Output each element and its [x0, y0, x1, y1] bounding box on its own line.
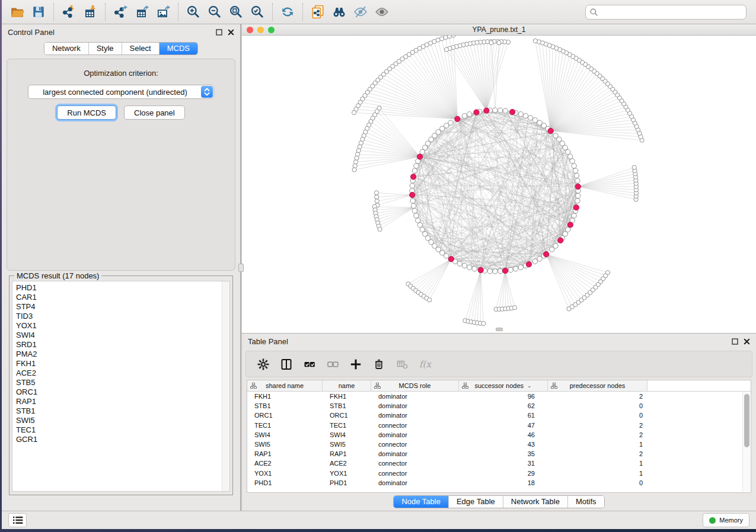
tab-motifs[interactable]: Motifs — [568, 496, 604, 508]
cell-shared-name[interactable]: ACE2 — [247, 460, 323, 467]
cell-mcds-role[interactable]: dominator — [371, 393, 459, 400]
cell-mcds-role[interactable]: connector — [371, 460, 459, 467]
tab-mcds[interactable]: MCDS — [160, 43, 197, 55]
zoom-out-button[interactable] — [204, 2, 225, 21]
cell-mcds-role[interactable]: connector — [371, 422, 459, 429]
cell-mcds-role[interactable]: connector — [371, 470, 459, 477]
mcds-result-item[interactable]: PHD1 — [16, 283, 229, 293]
export-image-button[interactable] — [152, 2, 174, 21]
select-all-button[interactable] — [301, 355, 318, 373]
mcds-result-item[interactable]: SWI4 — [16, 331, 229, 340]
table-scrollbar-thumb[interactable] — [744, 394, 749, 447]
criterion-select[interactable]: largest connected component (undirected) — [28, 85, 214, 99]
zoom-selected-button[interactable] — [247, 2, 268, 21]
cell-successor-nodes[interactable]: 96 — [459, 393, 548, 400]
mcds-result-item[interactable]: STB1 — [16, 406, 229, 416]
network-graph[interactable] — [242, 36, 756, 333]
export-network-button[interactable] — [110, 2, 131, 21]
deselect-all-button[interactable] — [324, 355, 342, 373]
mcds-result-item[interactable]: SRD1 — [16, 340, 229, 350]
cell-name[interactable]: FKH1 — [323, 393, 371, 400]
float-table-panel-icon[interactable] — [732, 338, 738, 345]
window-close-button[interactable] — [247, 27, 253, 33]
cell-name[interactable]: ORC1 — [323, 412, 371, 419]
cell-shared-name[interactable]: SWI5 — [247, 441, 323, 448]
network-canvas[interactable] — [242, 36, 756, 333]
cell-successor-nodes[interactable]: 47 — [459, 422, 548, 429]
column-header-predecessor-nodes[interactable]: predecessor nodes — [548, 380, 647, 391]
mcds-result-item[interactable]: SWI5 — [16, 416, 229, 425]
cell-predecessor-nodes[interactable]: 2 — [548, 393, 647, 400]
table-row-fkh1[interactable]: FKH1FKH1dominator962 — [247, 392, 751, 401]
table-row-phd1[interactable]: PHD1PHD1dominator180 — [247, 478, 751, 488]
close-panel-button[interactable]: Close panel — [124, 105, 185, 120]
mcds-result-item[interactable]: STB5 — [16, 378, 229, 387]
cell-shared-name[interactable]: RAP1 — [247, 450, 323, 457]
cell-mcds-role[interactable]: dominator — [371, 431, 459, 438]
mcds-result-item[interactable]: ORC1 — [16, 387, 229, 397]
column-header-name[interactable]: name — [323, 380, 371, 391]
split-view-button[interactable] — [277, 355, 295, 373]
cell-successor-nodes[interactable]: 31 — [459, 460, 548, 467]
cell-predecessor-nodes[interactable]: 2 — [548, 422, 647, 429]
cell-successor-nodes[interactable]: 35 — [459, 450, 548, 457]
cell-mcds-role[interactable]: dominator — [371, 412, 459, 419]
cell-predecessor-nodes[interactable]: 0 — [548, 402, 647, 409]
search-input[interactable] — [601, 7, 742, 17]
cell-successor-nodes[interactable]: 62 — [459, 402, 548, 409]
cell-successor-nodes[interactable]: 61 — [459, 412, 548, 419]
delete-column-button[interactable] — [370, 355, 388, 373]
table-row-swi4[interactable]: SWI4SWI4dominator462 — [247, 430, 751, 440]
clone-network-button[interactable] — [307, 2, 328, 21]
mcds-result-item[interactable]: GCR1 — [16, 435, 229, 444]
tab-network-table[interactable]: Network Table — [503, 496, 568, 508]
memory-button[interactable]: Memory — [703, 513, 749, 527]
cell-shared-name[interactable]: FKH1 — [247, 393, 323, 400]
cell-predecessor-nodes[interactable]: 1 — [548, 441, 647, 448]
table-row-rap1[interactable]: RAP1RAP1dominator352 — [247, 449, 751, 459]
cell-predecessor-nodes[interactable]: 1 — [548, 460, 647, 467]
cell-name[interactable]: ACE2 — [323, 460, 371, 467]
add-column-button[interactable] — [347, 355, 365, 373]
cell-name[interactable]: SWI5 — [323, 441, 371, 448]
cell-name[interactable]: RAP1 — [323, 450, 371, 457]
mcds-result-item[interactable]: ACE2 — [16, 368, 229, 378]
refresh-button[interactable] — [277, 2, 298, 21]
cell-shared-name[interactable]: SWI4 — [247, 431, 323, 438]
mcds-result-item[interactable]: PMA2 — [16, 350, 229, 359]
cell-predecessor-nodes[interactable]: 0 — [548, 412, 647, 419]
cell-shared-name[interactable]: YOX1 — [247, 470, 323, 477]
panel-menu-button[interactable] — [8, 513, 27, 527]
table-row-orc1[interactable]: ORC1ORC1dominator610 — [247, 411, 751, 420]
cell-name[interactable]: TEC1 — [323, 422, 371, 429]
window-zoom-button[interactable] — [268, 27, 275, 33]
close-panel-icon[interactable] — [228, 29, 234, 36]
mcds-result-item[interactable]: TID3 — [16, 312, 229, 321]
mcds-result-item[interactable]: YOX1 — [16, 321, 229, 331]
node-table[interactable]: shared namenameMCDS rolesuccessor nodes⌄… — [247, 380, 751, 493]
eye-slash-button[interactable] — [350, 2, 371, 21]
settings-button[interactable] — [254, 355, 272, 373]
mcds-result-list[interactable]: PHD1CAR1STP4TID3YOX1SWI4SRD1PMA2FKH1ACE2… — [12, 281, 230, 492]
cell-mcds-role[interactable]: connector — [371, 441, 459, 448]
table-row-tec1[interactable]: TEC1TEC1connector472 — [247, 421, 751, 430]
run-mcds-button[interactable]: Run MCDS — [57, 105, 116, 120]
cell-successor-nodes[interactable]: 18 — [459, 479, 548, 486]
tab-node-table[interactable]: Node Table — [394, 496, 449, 508]
cell-successor-nodes[interactable]: 43 — [459, 441, 548, 448]
cell-name[interactable]: SWI4 — [323, 431, 371, 438]
import-table-button[interactable] — [79, 2, 101, 21]
save-button[interactable] — [28, 2, 49, 21]
network-splitter-grip[interactable] — [496, 328, 503, 331]
panel-splitter[interactable] — [240, 24, 242, 511]
cell-shared-name[interactable]: STB1 — [247, 402, 323, 409]
cell-predecessor-nodes[interactable]: 0 — [548, 479, 647, 486]
export-table-button[interactable] — [131, 2, 152, 21]
window-minimize-button[interactable] — [257, 27, 264, 33]
column-header-shared-name[interactable]: shared name — [247, 380, 323, 391]
cell-mcds-role[interactable]: dominator — [371, 402, 459, 409]
network-titlebar[interactable]: YPA_prune.txt_1 — [242, 24, 756, 36]
table-row-swi5[interactable]: SWI5SWI5connector431 — [247, 440, 751, 449]
open-folder-button[interactable] — [7, 2, 28, 21]
cell-mcds-role[interactable]: dominator — [371, 479, 459, 486]
